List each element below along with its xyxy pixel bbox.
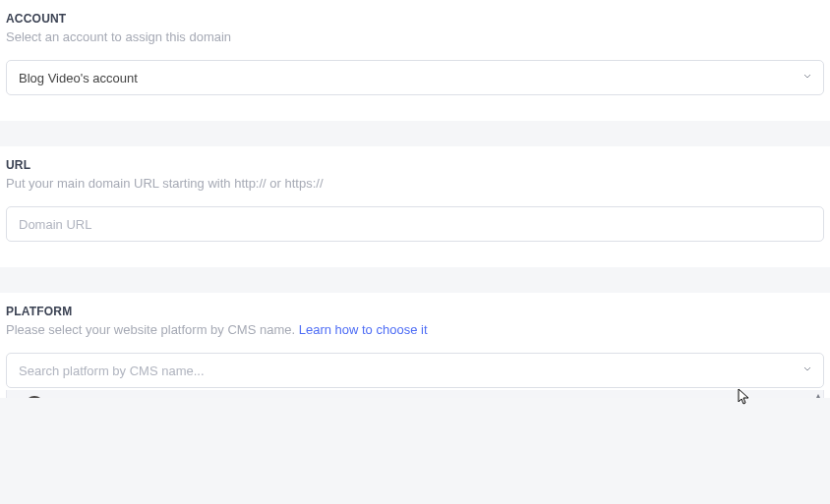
platform-search-input[interactable]: [19, 364, 811, 378]
url-subtext: Put your main domain URL starting with h…: [6, 176, 824, 191]
platform-section: PLATFORM Please select your website plat…: [0, 293, 830, 398]
account-selected-value: Blog Video's account: [19, 71, 138, 85]
url-input[interactable]: [19, 217, 811, 232]
platform-search-wrapper: [6, 353, 824, 388]
account-heading: ACCOUNT: [6, 12, 824, 26]
account-subtext: Select an account to assign this domain: [6, 29, 824, 44]
wordpress-icon: [25, 396, 44, 398]
platform-combobox: ▴ WordPress Shopify: [6, 353, 824, 388]
platform-heading: PLATFORM: [6, 305, 824, 318]
platform-dropdown: ▴ WordPress Shopify: [6, 390, 824, 398]
account-select[interactable]: Blog Video's account: [6, 60, 824, 95]
scroll-up-icon[interactable]: ▴: [813, 390, 823, 398]
url-input-wrapper: [6, 206, 824, 242]
url-heading: URL: [6, 158, 824, 172]
platform-subtext: Please select your website platform by C…: [6, 322, 824, 337]
chevron-down-icon: [801, 71, 813, 85]
platform-option-list[interactable]: WordPress Shopify Squarespace: [7, 390, 823, 398]
account-section: ACCOUNT Select an account to assign this…: [0, 0, 830, 121]
learn-link[interactable]: Learn how to choose it: [299, 322, 428, 337]
platform-subtext-text: Please select your website platform by C…: [6, 322, 299, 337]
platform-option-wordpress[interactable]: WordPress: [7, 390, 823, 398]
url-section: URL Put your main domain URL starting wi…: [0, 146, 830, 267]
